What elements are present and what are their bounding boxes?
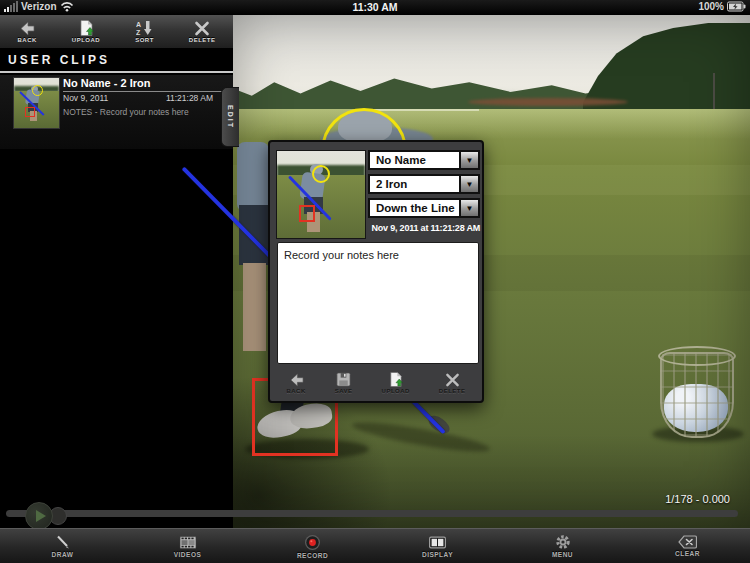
- back-arrow-icon: [18, 21, 36, 36]
- gear-icon: [555, 534, 571, 550]
- upload-label: UPLOAD: [72, 37, 100, 43]
- popup-upload-button[interactable]: UPLOAD: [382, 372, 410, 394]
- battery-percent: 100%: [698, 1, 724, 12]
- display-label: DISPLAY: [422, 551, 453, 558]
- frame-counter: 1/178 - 0.000: [590, 493, 730, 505]
- videos-label: VIDEOS: [174, 551, 202, 558]
- notes-textarea[interactable]: Record your notes here: [277, 242, 479, 364]
- upload-icon: [388, 372, 403, 387]
- save-icon: [336, 372, 351, 387]
- sort-icon: A Z: [136, 20, 153, 36]
- film-strip-icon: [179, 535, 197, 550]
- edit-tab-label: EDIT: [227, 105, 234, 129]
- delete-label: DELETE: [189, 37, 216, 43]
- chevron-down-icon: ▼: [459, 176, 478, 192]
- battery-icon: [727, 1, 746, 12]
- record-icon: [304, 534, 321, 551]
- play-icon: [36, 510, 46, 522]
- app-screen: Verizon 11:30 AM 100% BAC: [0, 0, 750, 563]
- clip-thumbnail: [13, 77, 60, 129]
- videos-button[interactable]: VIDEOS: [125, 529, 250, 563]
- clip-title[interactable]: No Name - 2 Iron: [63, 77, 223, 92]
- delete-x-icon: [194, 21, 210, 36]
- play-button[interactable]: [25, 502, 53, 530]
- clear-key-icon: [678, 535, 697, 549]
- popup-delete-label: DELETE: [439, 388, 466, 394]
- upload-button[interactable]: UPLOAD: [72, 20, 100, 43]
- display-button[interactable]: DISPLAY: [375, 529, 500, 563]
- back-label: BACK: [17, 37, 36, 43]
- draw-label: DRAW: [52, 551, 74, 558]
- popup-save-label: SAVE: [335, 388, 353, 394]
- sidebar-toolbar: BACK UPLOAD A Z SORT: [0, 15, 233, 49]
- clip-notes-preview: NOTES - Record your notes here: [63, 107, 228, 117]
- sort-button[interactable]: A Z SORT: [135, 20, 154, 43]
- name-dropdown-value: No Name: [370, 152, 459, 168]
- svg-text:A: A: [136, 21, 141, 28]
- club-dropdown[interactable]: 2 Iron ▼: [368, 174, 480, 194]
- delete-x-icon: [445, 373, 460, 387]
- chevron-down-icon: ▼: [459, 200, 478, 216]
- clock: 11:30 AM: [0, 1, 750, 13]
- clip-info-popup: No Name ▼ 2 Iron ▼ Down the Line ▼ Nov 9…: [268, 140, 484, 403]
- clip-timestamp: Nov 9, 2011 at 11:21:28 AM: [364, 223, 480, 233]
- menu-button[interactable]: MENU: [500, 529, 625, 563]
- name-dropdown[interactable]: No Name ▼: [368, 150, 480, 170]
- popup-thumb-red-square: [299, 205, 315, 222]
- popup-thumb-yellow-circle: [312, 165, 330, 183]
- status-bar: Verizon 11:30 AM 100%: [0, 0, 750, 15]
- menu-label: MENU: [552, 551, 573, 558]
- sort-label: SORT: [135, 37, 154, 43]
- popup-delete-button[interactable]: DELETE: [439, 373, 466, 394]
- delete-button[interactable]: DELETE: [189, 21, 216, 43]
- svg-text:Z: Z: [136, 29, 141, 36]
- record-button[interactable]: RECORD: [250, 529, 375, 563]
- user-clips-header: USER CLIPS: [0, 50, 233, 73]
- record-label: RECORD: [297, 552, 328, 559]
- view-dropdown[interactable]: Down the Line ▼: [368, 198, 480, 218]
- clear-label: CLEAR: [675, 550, 700, 557]
- clip-date: Nov 9, 2011: [63, 93, 108, 103]
- draw-button[interactable]: DRAW: [0, 529, 125, 563]
- back-arrow-icon: [288, 373, 305, 387]
- popup-save-button[interactable]: SAVE: [335, 372, 353, 394]
- upload-icon: [78, 20, 94, 36]
- edit-tab[interactable]: EDIT: [221, 87, 239, 147]
- clip-meta-row: Nov 9, 2011 11:21:28 AM: [63, 93, 213, 103]
- popup-thumbnail: [276, 150, 366, 239]
- popup-button-row: BACK SAVE UPLOAD: [272, 366, 480, 400]
- thumb-red-square: [25, 107, 35, 117]
- thumb-yellow-circle: [32, 85, 43, 96]
- clip-time: 11:21:28 AM: [166, 93, 213, 103]
- draw-pen-icon: [55, 534, 71, 550]
- popup-upload-label: UPLOAD: [382, 388, 410, 394]
- view-dropdown-value: Down the Line: [370, 200, 459, 216]
- display-panes-icon: [428, 535, 447, 550]
- club-dropdown-value: 2 Iron: [370, 176, 459, 192]
- sidebar: BACK UPLOAD A Z SORT: [0, 15, 233, 528]
- popup-back-label: BACK: [286, 388, 305, 394]
- bottom-toolbar: DRAW VIDEOS RECORD: [0, 528, 750, 563]
- popup-back-button[interactable]: BACK: [286, 373, 305, 394]
- scrubber-bar[interactable]: [6, 510, 738, 517]
- chevron-down-icon: ▼: [459, 152, 478, 168]
- back-button[interactable]: BACK: [17, 21, 36, 43]
- clear-button[interactable]: CLEAR: [625, 529, 750, 563]
